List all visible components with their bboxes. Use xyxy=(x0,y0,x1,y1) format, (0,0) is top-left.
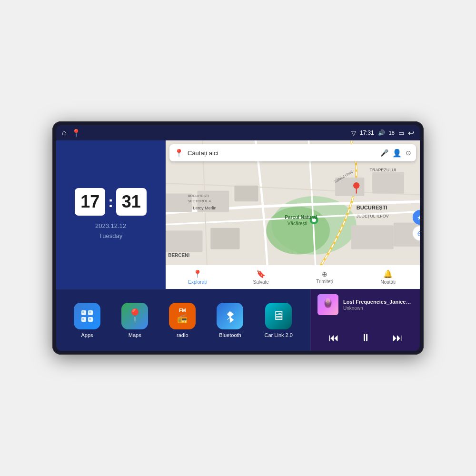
radio-fm-text: FM xyxy=(179,308,186,313)
bottom-row: Apps 📍 Maps FM 📻 xyxy=(56,289,420,351)
prev-button[interactable]: ⏮ xyxy=(327,330,341,346)
signal-icon: ▽ xyxy=(351,129,356,137)
map-search-bar[interactable]: 📍 Căutați aici 🎤 👤 ⊙ xyxy=(169,144,416,161)
main-content: 17 : 31 2023.12.12 Tuesday xyxy=(56,140,420,351)
apps-grid-icon xyxy=(80,309,94,323)
battery-icon: ▭ xyxy=(398,129,404,137)
svg-rect-36 xyxy=(82,318,84,320)
svg-point-41 xyxy=(326,298,330,303)
back-icon[interactable]: ↩ xyxy=(408,129,414,138)
carlink-label: Car Link 2.0 xyxy=(265,332,293,338)
svg-point-40 xyxy=(326,301,330,305)
music-artist: Unknown xyxy=(343,306,413,311)
explorati-label: Explorați xyxy=(188,279,207,285)
app-icon-bluetooth[interactable]: Bluetooth xyxy=(217,303,243,338)
map-bottom-tabs: 📍 Explorați 🔖 Salvate ⊕ Trimiteți 🔔 xyxy=(166,265,420,289)
music-controls: ⏮ ⏸ ⏭ xyxy=(317,330,413,346)
map-tab-trimiteti[interactable]: ⊕ Trimiteți xyxy=(293,270,357,284)
status-bar-left: ⌂ 📍 xyxy=(62,129,81,138)
clock-minute: 31 xyxy=(116,188,147,216)
svg-rect-34 xyxy=(82,311,84,313)
svg-text:Văcărești: Văcărești xyxy=(288,221,307,226)
maps-label: Maps xyxy=(129,332,141,338)
play-pause-button[interactable]: ⏸ xyxy=(358,330,373,346)
music-details: Lost Frequencies_Janieck Devy-... Unknow… xyxy=(343,299,413,311)
bluetooth-label: Bluetooth xyxy=(219,332,241,338)
status-bar: ⌂ 📍 ▽ 17:31 🔊 18 ▭ ↩ xyxy=(56,125,420,140)
radio-icon-symbol: 📻 xyxy=(177,313,188,324)
app-icon-maps[interactable]: 📍 Maps xyxy=(121,303,148,338)
map-search-icons: 🎤 👤 ⊙ xyxy=(380,149,411,158)
svg-text:TRAPEZULUI: TRAPEZULUI xyxy=(370,168,396,172)
trimiteti-icon: ⊕ xyxy=(322,270,327,278)
app-icon-carlink[interactable]: 🖥 Car Link 2.0 xyxy=(265,303,293,338)
device-screen: ⌂ 📍 ▽ 17:31 🔊 18 ▭ ↩ 17 : xyxy=(56,125,420,351)
svg-text:★: ★ xyxy=(417,214,420,221)
svg-text:Leroy Merlin: Leroy Merlin xyxy=(193,206,217,210)
svg-rect-38 xyxy=(317,294,338,315)
album-art xyxy=(317,294,338,315)
svg-rect-37 xyxy=(89,318,91,320)
svg-text:BUCUREȘTI: BUCUREȘTI xyxy=(188,194,209,198)
mic-icon[interactable]: 🎤 xyxy=(380,149,388,157)
clock-widget: 17 : 31 2023.12.12 Tuesday xyxy=(56,140,166,289)
clock-hour: 17 xyxy=(75,188,105,216)
music-title: Lost Frequencies_Janieck Devy-... xyxy=(343,299,413,305)
salvate-label: Salvate xyxy=(253,279,269,285)
status-time: 17:31 xyxy=(360,129,374,136)
svg-rect-8 xyxy=(166,230,203,252)
apps-label: Apps xyxy=(81,332,93,338)
map-tab-noutati[interactable]: 🔔 Noutăți xyxy=(357,269,420,285)
map-pin-icon: 📍 xyxy=(174,149,184,158)
svg-rect-5 xyxy=(234,186,258,201)
music-info: Lost Frequencies_Janieck Devy-... Unknow… xyxy=(317,294,413,315)
device-body: ⌂ 📍 ▽ 17:31 🔊 18 ▭ ↩ 17 : xyxy=(52,121,424,355)
top-row: 17 : 31 2023.12.12 Tuesday xyxy=(56,140,420,289)
music-player: Lost Frequencies_Janieck Devy-... Unknow… xyxy=(310,289,420,351)
trimiteti-label: Trimiteți xyxy=(316,279,333,284)
bluetooth-icon-bg xyxy=(217,303,243,329)
map-tab-explorati[interactable]: 📍 Explorați xyxy=(166,269,229,285)
home-icon[interactable]: ⌂ xyxy=(62,129,67,137)
svg-rect-7 xyxy=(372,172,404,194)
svg-text:JUDEȚUL ILFOV: JUDEȚUL ILFOV xyxy=(357,214,389,218)
maps-icon-bg: 📍 xyxy=(121,303,148,329)
explorati-icon: 📍 xyxy=(193,269,202,278)
svg-rect-42 xyxy=(326,303,330,307)
svg-rect-9 xyxy=(210,228,239,249)
account-icon[interactable]: 👤 xyxy=(392,149,402,158)
maps-status-icon[interactable]: 📍 xyxy=(71,129,81,138)
bluetooth-symbol xyxy=(223,309,237,323)
app-icon-apps[interactable]: Apps xyxy=(74,303,100,338)
app-icon-radio[interactable]: FM 📻 radio xyxy=(169,303,196,338)
svg-text:Parcul Natural: Parcul Natural xyxy=(285,215,317,220)
svg-text:BUCUREȘTI: BUCUREȘTI xyxy=(357,205,387,210)
maps-icon-symbol: 📍 xyxy=(127,308,143,324)
clock-colon: : xyxy=(108,193,113,211)
battery-level: 18 xyxy=(389,130,395,136)
map-search-text: Căutați aici xyxy=(188,149,377,157)
app-icons-panel: Apps 📍 Maps FM 📻 xyxy=(56,289,310,351)
apps-icon-bg xyxy=(74,303,100,329)
clock-date: 2023.12.12 Tuesday xyxy=(95,221,126,241)
svg-rect-35 xyxy=(89,311,91,313)
radio-icon-bg: FM 📻 xyxy=(169,303,196,329)
svg-text:BERCENI: BERCENI xyxy=(168,253,189,258)
noutati-label: Noutăți xyxy=(380,279,396,285)
music-thumbnail xyxy=(317,294,338,315)
svg-rect-10 xyxy=(351,225,394,249)
volume-icon: 🔊 xyxy=(378,129,385,136)
clock-display: 17 : 31 xyxy=(75,188,147,216)
carlink-icon-symbol: 🖥 xyxy=(272,308,285,323)
carlink-icon-bg: 🖥 xyxy=(265,303,292,329)
salvate-icon: 🔖 xyxy=(256,269,266,278)
svg-text:SECTORUL 4: SECTORUL 4 xyxy=(188,199,211,203)
map-tab-salvate[interactable]: 🔖 Salvate xyxy=(229,269,293,285)
noutati-icon: 🔔 xyxy=(383,269,393,278)
next-button[interactable]: ⏭ xyxy=(390,330,405,346)
radio-label: radio xyxy=(177,332,188,338)
layers-icon[interactable]: ⊙ xyxy=(406,149,411,157)
map-widget[interactable]: Google Parcul Natural Văcărești BUCUREȘT… xyxy=(166,140,420,289)
svg-point-2 xyxy=(266,207,330,254)
status-bar-right: ▽ 17:31 🔊 18 ▭ ↩ xyxy=(351,129,414,138)
